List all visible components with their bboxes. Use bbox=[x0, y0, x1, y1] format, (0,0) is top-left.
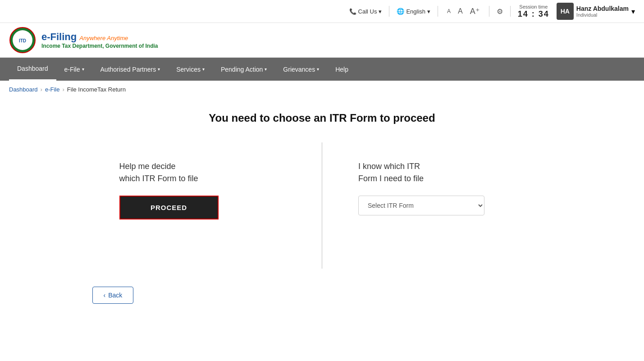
back-chevron-icon: ‹ bbox=[104, 292, 106, 299]
nav-dashboard[interactable]: Dashboard bbox=[9, 58, 56, 81]
nav-help-label: Help bbox=[335, 66, 348, 73]
nav-bar: Dashboard e-File ▾ Authorised Partners ▾… bbox=[0, 58, 644, 81]
back-button[interactable]: ‹ Back bbox=[92, 287, 134, 304]
logo-text: e-Filing Anywhere Anytime Income Tax Dep… bbox=[41, 31, 158, 49]
nav-services-label: Services bbox=[176, 66, 201, 73]
nav-grievances-chevron: ▾ bbox=[317, 67, 319, 72]
emblem-icon: ITD bbox=[9, 27, 36, 54]
header: ITD e-Filing Anywhere Anytime Income Tax… bbox=[0, 23, 644, 58]
nav-authorised-partners-label: Authorised Partners bbox=[100, 66, 156, 73]
font-large-btn[interactable]: A⁺ bbox=[468, 5, 482, 17]
vertical-divider bbox=[322, 142, 322, 269]
session-box: Session time 14 : 34 bbox=[518, 4, 549, 19]
session-timer: 14 : 34 bbox=[518, 9, 549, 19]
left-label-line2: which ITR Form to file bbox=[119, 174, 198, 183]
svg-text:ITD: ITD bbox=[19, 38, 26, 43]
nav-efile-label: e-File bbox=[64, 66, 80, 73]
phone-icon bbox=[349, 8, 356, 15]
font-medium-btn[interactable]: A bbox=[456, 6, 465, 16]
left-label-line1: Help me decide bbox=[119, 162, 176, 171]
nav-help[interactable]: Help bbox=[327, 59, 356, 80]
user-avatar: HA bbox=[557, 3, 574, 20]
top-bar: Call Us ▾ English ▾ A A A⁺ ⚙ Session tim… bbox=[0, 0, 644, 23]
font-size-group: A A A⁺ bbox=[445, 5, 482, 17]
session-label: Session time bbox=[519, 4, 548, 9]
user-name: Hanz Abdulkalam bbox=[576, 5, 629, 12]
user-chevron: ▾ bbox=[631, 7, 635, 16]
right-label-line1: I know which ITR bbox=[358, 162, 420, 171]
settings-btn[interactable]: ⚙ bbox=[497, 7, 503, 16]
nav-pending-action-chevron: ▾ bbox=[265, 67, 267, 72]
page-title: You need to choose an ITR Form to procee… bbox=[92, 112, 552, 124]
language-group: English ▾ bbox=[397, 8, 430, 15]
breadcrumb-sep-2: › bbox=[62, 86, 64, 93]
call-us-btn[interactable]: Call Us ▾ bbox=[349, 8, 382, 15]
user-info: Hanz Abdulkalam Individual bbox=[576, 5, 629, 18]
nav-efile[interactable]: e-File ▾ bbox=[56, 59, 92, 80]
nav-pending-action[interactable]: Pending Action ▾ bbox=[213, 59, 275, 80]
call-us-group: Call Us ▾ bbox=[349, 8, 382, 15]
back-section: ‹ Back bbox=[92, 287, 552, 304]
nav-authorised-partners-chevron: ▾ bbox=[158, 67, 160, 72]
divider-2 bbox=[438, 6, 438, 17]
language-selector[interactable]: English ▾ bbox=[397, 8, 430, 15]
user-initials: HA bbox=[561, 8, 570, 15]
divider-1 bbox=[389, 6, 389, 17]
choice-right: I know which ITR Form I need to file Sel… bbox=[331, 142, 552, 269]
logo-subtitle: Income Tax Department, Government of Ind… bbox=[41, 43, 158, 49]
breadcrumb: Dashboard › e-File › File IncomeTax Retu… bbox=[0, 81, 644, 98]
breadcrumb-current: File IncomeTax Return bbox=[67, 86, 126, 93]
nav-authorised-partners[interactable]: Authorised Partners ▾ bbox=[92, 59, 169, 80]
main-content: You need to choose an ITR Form to procee… bbox=[74, 98, 570, 317]
breadcrumb-efile[interactable]: e-File bbox=[45, 86, 60, 93]
right-label-line2: Form I need to file bbox=[358, 174, 424, 183]
nav-services-chevron: ▾ bbox=[202, 67, 205, 72]
nav-grievances-label: Grievances bbox=[283, 66, 315, 73]
breadcrumb-dashboard[interactable]: Dashboard bbox=[9, 86, 38, 93]
user-dropdown[interactable]: HA Hanz Abdulkalam Individual ▾ bbox=[557, 3, 635, 20]
language-label: English bbox=[406, 8, 425, 15]
lang-chevron: ▾ bbox=[427, 8, 430, 15]
choice-right-label: I know which ITR Form I need to file bbox=[358, 160, 525, 185]
divider-4 bbox=[510, 6, 511, 17]
back-label: Back bbox=[108, 292, 122, 299]
nav-dashboard-label: Dashboard bbox=[17, 65, 48, 72]
user-role: Individual bbox=[576, 12, 629, 18]
select-itr-form[interactable]: Select ITR Form ITR-1 ITR-2 ITR-3 ITR-4 bbox=[358, 196, 484, 215]
nav-efile-chevron: ▾ bbox=[82, 67, 84, 72]
proceed-button[interactable]: PROCEED bbox=[119, 196, 219, 219]
call-us-label: Call Us bbox=[358, 8, 377, 15]
choice-container: Help me decide which ITR Form to file PR… bbox=[92, 142, 552, 269]
nav-pending-action-label: Pending Action bbox=[221, 66, 263, 73]
logo-efiling: e-Filing Anywhere Anytime bbox=[41, 31, 158, 43]
nav-services[interactable]: Services ▾ bbox=[168, 59, 213, 80]
globe-icon bbox=[397, 8, 404, 15]
divider-3 bbox=[489, 6, 489, 17]
nav-grievances[interactable]: Grievances ▾ bbox=[275, 59, 327, 80]
call-us-chevron: ▾ bbox=[379, 8, 382, 15]
logo-area: ITD e-Filing Anywhere Anytime Income Tax… bbox=[9, 27, 158, 54]
choice-left: Help me decide which ITR Form to file PR… bbox=[92, 142, 313, 269]
font-small-btn[interactable]: A bbox=[445, 7, 452, 15]
choice-left-label: Help me decide which ITR Form to file bbox=[119, 160, 286, 185]
logo-tagline: Anywhere Anytime bbox=[79, 35, 128, 41]
breadcrumb-sep-1: › bbox=[41, 86, 42, 93]
